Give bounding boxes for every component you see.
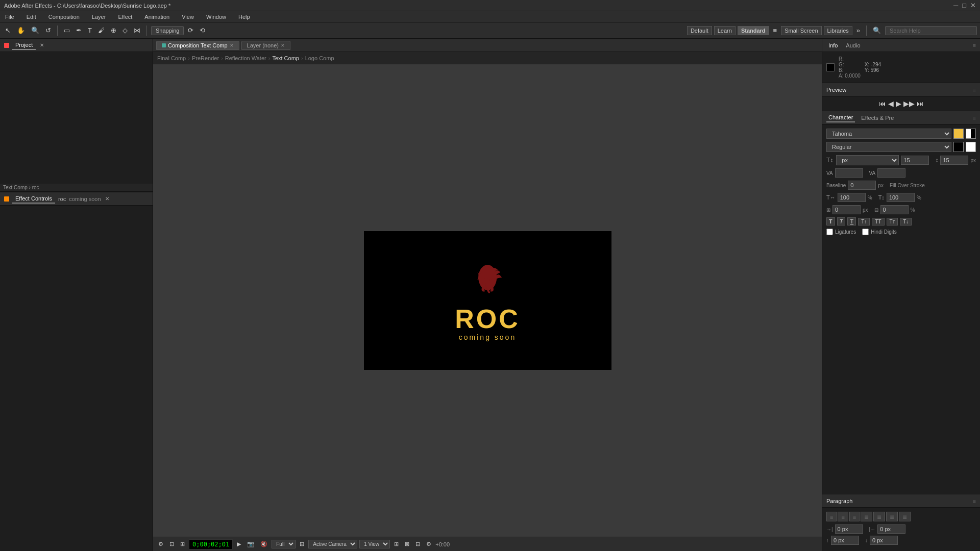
tool-text[interactable]: T	[86, 26, 94, 35]
char-menu-icon[interactable]: ≡	[973, 115, 976, 121]
workspace-more[interactable]: »	[854, 26, 862, 35]
align-center-btn[interactable]: ≡	[838, 512, 848, 521]
italic-btn[interactable]: T	[837, 217, 846, 226]
menu-window[interactable]: Window	[204, 13, 228, 21]
comp-play-btn[interactable]: ▶	[235, 540, 243, 548]
tool-extra2[interactable]: ⟲	[198, 26, 207, 35]
menu-help[interactable]: Help	[236, 13, 252, 21]
ligatures-checkbox[interactable]: Ligatures	[826, 229, 856, 235]
tool-pen[interactable]: ✒	[74, 26, 84, 35]
minimize-btn[interactable]: ─	[953, 2, 958, 9]
menu-view[interactable]: View	[180, 13, 196, 21]
effects-pre-tab[interactable]: Effects & Pre	[859, 114, 896, 122]
indent-before-input[interactable]	[835, 524, 863, 534]
prev-first-btn[interactable]: ⏮	[879, 99, 886, 108]
subscript-btn[interactable]: T↓	[900, 218, 912, 226]
comp-render-btn[interactable]: ⊞	[298, 540, 306, 548]
maximize-btn[interactable]: □	[962, 2, 966, 9]
workspace-default[interactable]: Default	[687, 26, 712, 35]
tool-hand[interactable]: ✋	[15, 26, 27, 35]
char-color-white[interactable]	[966, 142, 976, 152]
tool-rotate[interactable]: ↺	[43, 26, 53, 35]
view-select[interactable]: 1 View	[359, 540, 390, 548]
justify-left-btn[interactable]: ≣	[861, 512, 872, 521]
workspace-libraries[interactable]: Libraries	[824, 26, 852, 35]
fontsize-unit-select[interactable]: px	[836, 155, 899, 165]
comp-mute-btn[interactable]: 🔇	[258, 540, 270, 548]
effect-controls-tab[interactable]: Effect Controls	[12, 194, 55, 204]
char-color-black[interactable]	[953, 142, 964, 152]
menu-effect[interactable]: Effect	[116, 13, 134, 21]
tool-select[interactable]: ↖	[3, 26, 13, 35]
audio-tab[interactable]: Audio	[844, 41, 862, 49]
justify-center-btn[interactable]: ≣	[873, 512, 885, 521]
tracking-input[interactable]	[877, 168, 905, 178]
info-menu-icon[interactable]: ≡	[973, 42, 976, 48]
info-color-swatch[interactable]	[826, 63, 835, 71]
comp-snapshot-btn[interactable]: 📷	[245, 540, 256, 548]
char-color-split[interactable]	[966, 129, 976, 139]
comp-extra1-btn[interactable]: ⊞	[392, 540, 401, 548]
tsume-input[interactable]	[832, 205, 861, 214]
justify-all-btn[interactable]: ≣	[899, 512, 911, 521]
effect-close[interactable]: ✕	[105, 196, 109, 202]
justify-right-btn[interactable]: ≣	[886, 512, 898, 521]
menu-composition[interactable]: Composition	[46, 13, 82, 21]
search-input[interactable]	[885, 26, 977, 35]
comp-tab-layer[interactable]: Layer (none) ✕	[241, 41, 290, 50]
prev-play-btn[interactable]: ▶	[896, 99, 901, 108]
style-select[interactable]: Regular	[826, 142, 951, 152]
comp-tab-close[interactable]: ✕	[230, 43, 234, 48]
project-close[interactable]: ✕	[40, 42, 44, 48]
vscale-input[interactable]	[887, 193, 915, 202]
comp-grid-btn[interactable]: ⊞	[178, 540, 187, 548]
comp-region-btn[interactable]: ⊡	[167, 540, 176, 548]
prev-back-btn[interactable]: ◀	[888, 99, 894, 108]
menu-layer[interactable]: Layer	[90, 13, 108, 21]
superscript-btn[interactable]: T↑	[858, 218, 870, 226]
workspace-smallscreen[interactable]: Small Screen	[781, 26, 821, 35]
align-right-btn[interactable]: ≡	[849, 512, 860, 521]
tool-rect[interactable]: ▭	[62, 26, 72, 35]
tool-eraser[interactable]: ◇	[120, 26, 130, 35]
tool-extra1[interactable]: ⟳	[186, 26, 195, 35]
comp-tab-layer-close[interactable]: ✕	[281, 43, 285, 48]
character-tab[interactable]: Character	[826, 113, 855, 122]
workspace-standard[interactable]: Standard	[738, 26, 769, 35]
snapping-toggle[interactable]: Snapping	[151, 26, 184, 35]
hscale-input[interactable]	[838, 193, 866, 202]
char-color-yellow[interactable]	[953, 129, 964, 139]
tool-puppet[interactable]: ⋈	[132, 26, 142, 35]
search-icon[interactable]: 🔍	[871, 26, 883, 35]
tool-zoom[interactable]: 🔍	[29, 26, 41, 35]
project-tab[interactable]: Project	[12, 41, 36, 50]
para-menu-icon[interactable]: ≡	[973, 498, 976, 504]
close-btn[interactable]: ✕	[970, 2, 976, 9]
leading-input[interactable]	[940, 156, 968, 165]
comp-extra2-btn[interactable]: ⊠	[403, 540, 411, 548]
space-after-input[interactable]	[870, 536, 898, 545]
menu-edit[interactable]: Edit	[24, 13, 38, 21]
prev-last-btn[interactable]: ⏭	[917, 99, 924, 108]
smallcaps-btn[interactable]: Tт	[887, 218, 898, 226]
comp-settings-btn[interactable]: ⚙	[156, 540, 165, 548]
menu-animation[interactable]: Animation	[142, 13, 172, 21]
tool-stamp[interactable]: ⊕	[109, 26, 118, 35]
menu-file[interactable]: File	[3, 13, 16, 21]
align-left-btn[interactable]: ≡	[826, 512, 837, 521]
prev-forward-btn[interactable]: ▶▶	[903, 99, 915, 108]
font-select[interactable]: Tahoma	[826, 129, 951, 139]
breadcrumb-logocomp[interactable]: Logo Comp	[305, 55, 334, 61]
breadcrumb-prerender[interactable]: PreRender	[192, 55, 219, 61]
info-tab[interactable]: Info	[826, 41, 840, 49]
comp-extra4-btn[interactable]: ⚙	[424, 540, 433, 548]
preview-panel-menu[interactable]: ≡	[973, 87, 976, 93]
bshift-input[interactable]	[880, 205, 909, 214]
breadcrumb-textcomp[interactable]: Text Comp	[272, 55, 299, 61]
indent-after-input[interactable]	[877, 524, 905, 534]
breadcrumb-finalcomp[interactable]: Final Comp	[157, 55, 186, 61]
hindi-digits-checkbox[interactable]: Hindi Digits	[862, 229, 897, 235]
camera-select[interactable]: Active Camera	[308, 540, 357, 548]
allcaps-btn[interactable]: TT	[872, 218, 884, 226]
tool-brush[interactable]: 🖌	[96, 26, 107, 35]
